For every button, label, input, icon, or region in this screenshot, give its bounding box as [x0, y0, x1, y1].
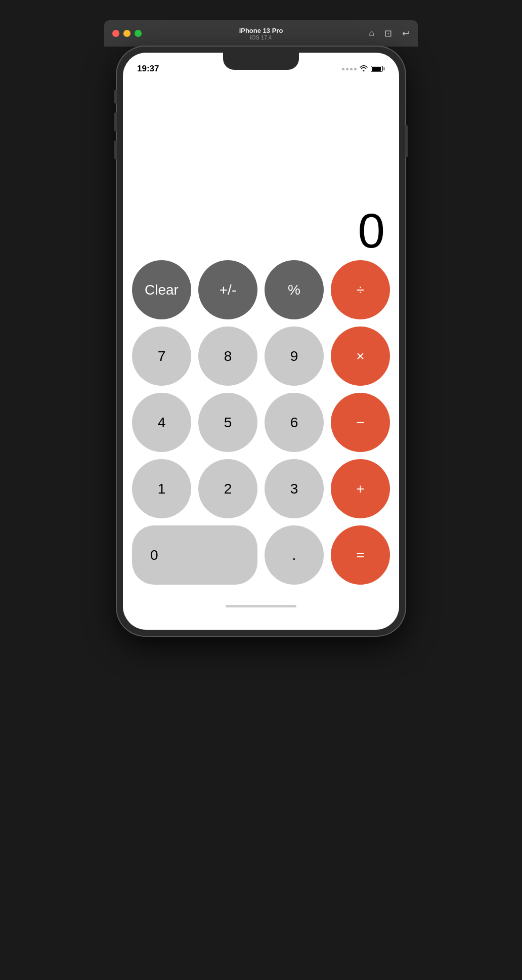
calculator-buttons: Clear +/- % ÷ 7 8 9 × — [123, 260, 399, 600]
wifi-icon — [360, 65, 368, 73]
zero-button[interactable]: 0 — [132, 525, 257, 585]
plus-button[interactable]: + — [331, 459, 390, 518]
plus-minus-button[interactable]: +/- — [198, 260, 257, 319]
six-button[interactable]: 6 — [265, 393, 324, 452]
battery-icon — [371, 66, 385, 72]
close-button[interactable] — [112, 30, 119, 37]
percent-button[interactable]: % — [265, 260, 324, 319]
display-area: 0 — [123, 78, 399, 260]
divide-button[interactable]: ÷ — [331, 260, 390, 319]
phone-frame: 19:37 — [117, 47, 405, 636]
volume-down-button — [114, 140, 117, 159]
one-button[interactable]: 1 — [132, 459, 191, 518]
seven-button[interactable]: 7 — [132, 326, 191, 386]
silent-switch — [114, 90, 117, 104]
home-indicator — [226, 605, 296, 607]
five-button[interactable]: 5 — [198, 393, 257, 452]
eight-button[interactable]: 8 — [198, 326, 257, 386]
toolbar-title: iPhone 13 Pro iOS 17.4 — [239, 27, 283, 40]
minimize-button[interactable] — [123, 30, 130, 37]
multiply-button[interactable]: × — [331, 326, 390, 386]
equals-button[interactable]: = — [331, 525, 390, 585]
status-icons — [342, 65, 385, 73]
decimal-button[interactable]: . — [265, 525, 324, 585]
notch — [223, 53, 299, 70]
screenshot-icon[interactable]: ⊡ — [384, 28, 392, 39]
maximize-button[interactable] — [135, 30, 142, 37]
power-button — [405, 125, 408, 157]
nine-button[interactable]: 9 — [265, 326, 324, 386]
three-button[interactable]: 3 — [265, 459, 324, 518]
device-name: iPhone 13 Pro — [239, 27, 283, 34]
rotate-icon[interactable]: ↩ — [402, 28, 410, 39]
home-icon[interactable]: ⌂ — [369, 28, 374, 39]
two-button[interactable]: 2 — [198, 459, 257, 518]
toolbar-icons: ⌂ ⊡ ↩ — [369, 28, 410, 39]
display-value: 0 — [358, 207, 385, 255]
signal-icon — [342, 68, 357, 70]
status-time: 19:37 — [137, 64, 159, 74]
device-os: iOS 17.4 — [239, 34, 283, 40]
minus-button[interactable]: − — [331, 393, 390, 452]
four-button[interactable]: 4 — [132, 393, 191, 452]
traffic-lights — [112, 30, 142, 37]
phone-screen: 19:37 — [123, 53, 399, 630]
clear-button[interactable]: Clear — [132, 260, 191, 319]
mac-toolbar: iPhone 13 Pro iOS 17.4 ⌂ ⊡ ↩ — [104, 20, 418, 47]
volume-up-button — [114, 112, 117, 132]
